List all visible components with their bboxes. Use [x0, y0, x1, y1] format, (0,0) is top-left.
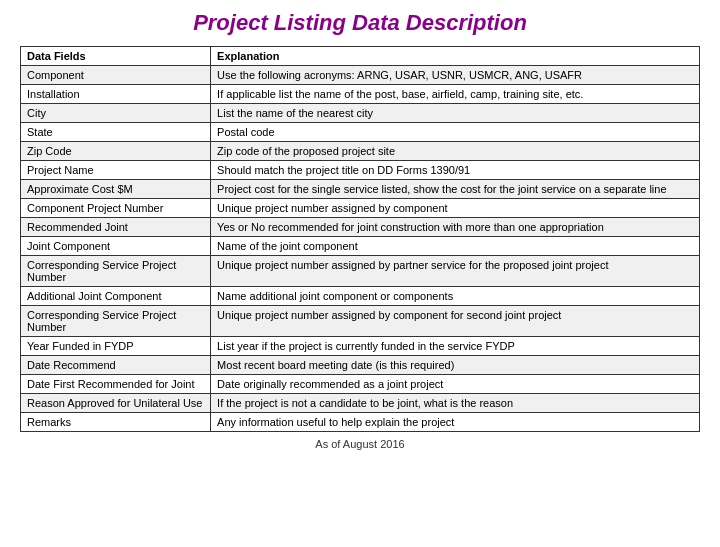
col-header-explanation: Explanation [211, 47, 700, 66]
table-row: Additional Joint ComponentName additiona… [21, 287, 700, 306]
data-table: Data Fields Explanation ComponentUse the… [20, 46, 700, 432]
table-row: Project NameShould match the project tit… [21, 161, 700, 180]
explanation-cell: List year if the project is currently fu… [211, 337, 700, 356]
explanation-cell: Should match the project title on DD For… [211, 161, 700, 180]
table-row: InstallationIf applicable list the name … [21, 85, 700, 104]
table-row: StatePostal code [21, 123, 700, 142]
table-row: Corresponding Service Project NumberUniq… [21, 256, 700, 287]
field-name-cell: Corresponding Service Project Number [21, 256, 211, 287]
field-name-cell: Additional Joint Component [21, 287, 211, 306]
field-name-cell: Component [21, 66, 211, 85]
field-name-cell: Date First Recommended for Joint [21, 375, 211, 394]
table-row: Year Funded in FYDPList year if the proj… [21, 337, 700, 356]
explanation-cell: Unique project number assigned by compon… [211, 199, 700, 218]
table-row: Corresponding Service Project NumberUniq… [21, 306, 700, 337]
table-row: ComponentUse the following acronyms: ARN… [21, 66, 700, 85]
explanation-cell: Zip code of the proposed project site [211, 142, 700, 161]
explanation-cell: Name additional joint component or compo… [211, 287, 700, 306]
field-name-cell: Corresponding Service Project Number [21, 306, 211, 337]
field-name-cell: Reason Approved for Unilateral Use [21, 394, 211, 413]
explanation-cell: Any information useful to help explain t… [211, 413, 700, 432]
explanation-cell: Project cost for the single service list… [211, 180, 700, 199]
field-name-cell: Joint Component [21, 237, 211, 256]
field-name-cell: City [21, 104, 211, 123]
explanation-cell: Yes or No recommended for joint construc… [211, 218, 700, 237]
page-title: Project Listing Data Description [20, 10, 700, 36]
table-row: CityList the name of the nearest city [21, 104, 700, 123]
table-row: Joint ComponentName of the joint compone… [21, 237, 700, 256]
field-name-cell: Recommended Joint [21, 218, 211, 237]
col-header-field: Data Fields [21, 47, 211, 66]
page: Project Listing Data Description Data Fi… [0, 0, 720, 460]
field-name-cell: Date Recommend [21, 356, 211, 375]
table-row: Date RecommendMost recent board meeting … [21, 356, 700, 375]
field-name-cell: Installation [21, 85, 211, 104]
explanation-cell: Date originally recommended as a joint p… [211, 375, 700, 394]
field-name-cell: Project Name [21, 161, 211, 180]
explanation-cell: If applicable list the name of the post,… [211, 85, 700, 104]
explanation-cell: Unique project number assigned by compon… [211, 306, 700, 337]
footer-text: As of August 2016 [20, 438, 700, 450]
explanation-cell: Postal code [211, 123, 700, 142]
table-row: Approximate Cost $MProject cost for the … [21, 180, 700, 199]
explanation-cell: Unique project number assigned by partne… [211, 256, 700, 287]
table-row: RemarksAny information useful to help ex… [21, 413, 700, 432]
field-name-cell: Approximate Cost $M [21, 180, 211, 199]
field-name-cell: Zip Code [21, 142, 211, 161]
field-name-cell: Component Project Number [21, 199, 211, 218]
explanation-cell: Name of the joint component [211, 237, 700, 256]
field-name-cell: State [21, 123, 211, 142]
table-row: Zip CodeZip code of the proposed project… [21, 142, 700, 161]
explanation-cell: If the project is not a candidate to be … [211, 394, 700, 413]
table-row: Date First Recommended for JointDate ori… [21, 375, 700, 394]
table-row: Component Project NumberUnique project n… [21, 199, 700, 218]
table-row: Reason Approved for Unilateral UseIf the… [21, 394, 700, 413]
explanation-cell: Use the following acronyms: ARNG, USAR, … [211, 66, 700, 85]
explanation-cell: List the name of the nearest city [211, 104, 700, 123]
explanation-cell: Most recent board meeting date (is this … [211, 356, 700, 375]
field-name-cell: Remarks [21, 413, 211, 432]
table-row: Recommended JointYes or No recommended f… [21, 218, 700, 237]
field-name-cell: Year Funded in FYDP [21, 337, 211, 356]
